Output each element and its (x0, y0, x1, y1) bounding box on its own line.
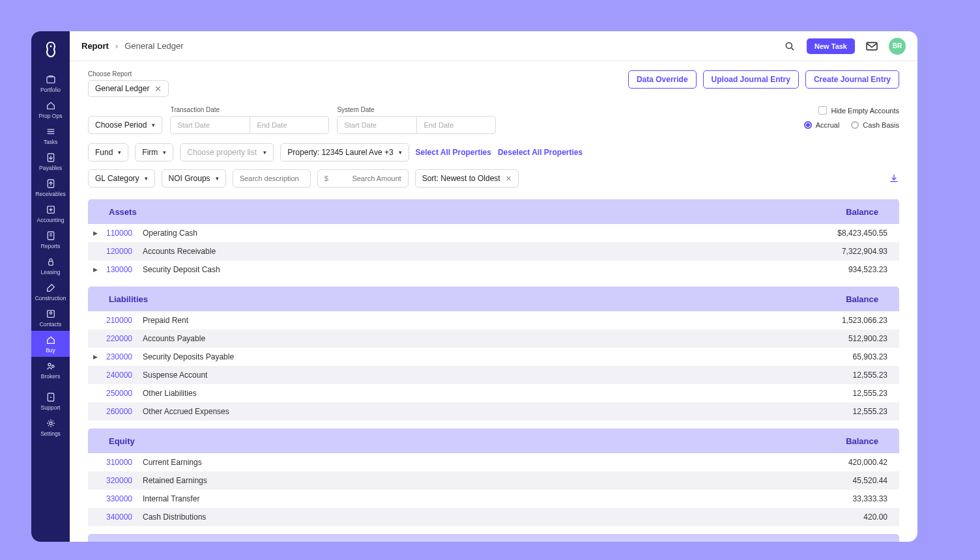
upload-journal-button[interactable]: Upload Journal Entry (703, 70, 799, 89)
avatar[interactable]: BR (889, 38, 906, 55)
sidebar-item-support[interactable]: Support (31, 388, 70, 414)
sidebar-item-label: Prop Ops (39, 113, 63, 119)
new-task-button[interactable]: New Task (807, 38, 855, 54)
sidebar-item-contacts[interactable]: Contacts (31, 305, 70, 331)
chevron-down-icon: ▾ (263, 149, 267, 156)
topbar: Report › General Ledger New Task BR (70, 31, 917, 61)
account-row[interactable]: 310000Current Earnings420,000.42 (88, 453, 899, 471)
accrual-radio[interactable]: Accrual (804, 121, 840, 129)
account-row[interactable]: 330000Internal Transfer33,333.33 (88, 490, 899, 508)
sidebar-item-leasing[interactable]: Leasing (31, 253, 70, 279)
account-row[interactable]: ▶110000Operating Cash$8,423,450.55 (88, 224, 899, 242)
sidebar-item-portfolio[interactable]: Portfolio (31, 70, 70, 96)
chevron-down-icon: ▾ (145, 175, 148, 182)
account-code: 330000 (106, 494, 143, 503)
section-header-liabilities: LiabilitiesBalance (88, 287, 899, 311)
hide-empty-checkbox[interactable]: Hide Empty Accounts (818, 106, 899, 115)
cash-basis-radio[interactable]: Cash Basis (851, 121, 899, 129)
search-icon[interactable] (781, 37, 799, 55)
expand-icon[interactable]: ▶ (93, 266, 104, 273)
account-code: 320000 (106, 476, 143, 485)
balance-header: Balance (846, 542, 878, 542)
account-row[interactable]: 240000Suspense Account12,555.23 (88, 366, 899, 384)
sidebar-item-label: Settings (40, 430, 61, 437)
section-title: Income (109, 542, 139, 542)
mail-icon[interactable] (863, 37, 881, 55)
account-balance: 1,523,066.23 (790, 316, 887, 325)
system-date-label: System Date (337, 106, 496, 113)
svg-point-18 (50, 422, 52, 425)
account-row[interactable]: 260000Other Accrued Expenses12,555.23 (88, 402, 899, 421)
svg-point-17 (50, 397, 51, 398)
account-balance: $8,423,450.55 (790, 229, 887, 238)
sort-select[interactable]: Sort: Newest to Oldest ✕ (415, 169, 519, 188)
noi-groups-select[interactable]: NOI Groups▾ (162, 169, 226, 188)
sidebar-item-reports[interactable]: Reports (31, 227, 70, 253)
sidebar-item-accounting[interactable]: Accounting (31, 201, 70, 227)
nav-icon (46, 74, 56, 85)
account-balance: 12,555.23 (790, 371, 887, 380)
nav-icon (46, 309, 56, 319)
account-code: 130000 (106, 265, 143, 274)
sidebar-item-tasks[interactable]: Tasks (31, 122, 70, 148)
section-title: Assets (109, 207, 137, 217)
account-row[interactable]: 340000Cash Distributions420.00 (88, 508, 899, 526)
select-all-properties-link[interactable]: Select All Properties (416, 148, 491, 157)
system-start-input[interactable]: Start Date (337, 116, 416, 134)
account-row[interactable]: ▶130000Security Deposit Cash934,523.23 (88, 260, 899, 279)
breadcrumb-root[interactable]: Report (81, 41, 109, 51)
nav-icon (46, 283, 56, 293)
sidebar-item-payables[interactable]: Payables (31, 148, 70, 175)
section-title: Equity (109, 436, 135, 446)
sidebar-item-brokers[interactable]: Brokers (31, 357, 70, 383)
sidebar-item-prop-ops[interactable]: Prop Ops (31, 96, 70, 122)
account-balance: 420.00 (790, 512, 887, 522)
account-row[interactable]: 210000Prepaid Rent1,523,066.23 (88, 311, 899, 329)
data-override-button[interactable]: Data Override (628, 70, 697, 89)
sidebar: PortfolioProp OpsTasksPayablesReceivable… (31, 31, 70, 542)
fund-select[interactable]: Fund▾ (88, 143, 128, 161)
section-title: Liabilities (109, 294, 148, 304)
search-description-input[interactable] (233, 169, 311, 188)
account-row[interactable]: 220000Accounts Payable512,900.23 (88, 329, 899, 348)
report-chip[interactable]: General Ledger ✕ (88, 80, 169, 97)
system-end-input[interactable]: End Date (416, 116, 496, 134)
sidebar-item-receivables[interactable]: Receivables (31, 175, 70, 201)
create-journal-button[interactable]: Create Journal Entry (805, 70, 899, 89)
nav-icon (46, 418, 56, 428)
firm-select[interactable]: Firm▾ (135, 143, 173, 161)
account-balance: 12,555.23 (790, 407, 887, 416)
sidebar-item-construction[interactable]: Construction (31, 279, 70, 305)
sidebar-item-label: Buy (46, 347, 55, 354)
choose-period-select[interactable]: Choose Period▾ (88, 116, 162, 134)
close-icon[interactable]: ✕ (506, 175, 512, 183)
sidebar-item-label: Portfolio (40, 87, 61, 93)
sidebar-item-settings[interactable]: Settings (31, 414, 70, 440)
sidebar-item-buy[interactable]: Buy (31, 331, 70, 357)
deselect-all-properties-link[interactable]: Deselect All Properties (498, 148, 583, 157)
account-balance: 512,900.23 (790, 334, 887, 343)
close-icon[interactable]: ✕ (154, 84, 162, 94)
sidebar-item-label: Support (41, 404, 61, 411)
expand-icon[interactable]: ▶ (93, 230, 104, 236)
search-amount-input[interactable]: $ (317, 169, 409, 188)
account-row[interactable]: 250000Other Liabilities12,555.23 (88, 384, 899, 402)
account-name: Security Deposit Cash (143, 265, 790, 274)
transaction-start-input[interactable]: Start Date (170, 116, 250, 134)
nav-icon (46, 152, 56, 163)
account-row[interactable]: ▶230000Security Deposits Payable65,903.2… (88, 348, 899, 366)
account-row[interactable]: 120000Accounts Receivable7,322,904.93 (88, 242, 899, 260)
account-row[interactable]: 320000Retained Earnings45,520.44 (88, 471, 899, 490)
chevron-down-icon: ▾ (118, 149, 121, 156)
expand-icon[interactable]: ▶ (93, 354, 104, 360)
account-code: 120000 (106, 247, 143, 256)
svg-rect-11 (48, 261, 53, 265)
transaction-end-input[interactable]: End Date (250, 116, 329, 134)
account-balance: 65,903.23 (790, 352, 887, 361)
property-list-select[interactable]: Choose property list▾ (180, 143, 274, 161)
gl-category-select[interactable]: GL Category▾ (88, 169, 155, 188)
account-name: Operating Cash (143, 229, 790, 238)
download-icon[interactable] (889, 173, 899, 184)
account-name: Suspense Account (143, 371, 790, 380)
property-select[interactable]: Property: 12345 Laurel Ave +3▾ (280, 143, 409, 161)
